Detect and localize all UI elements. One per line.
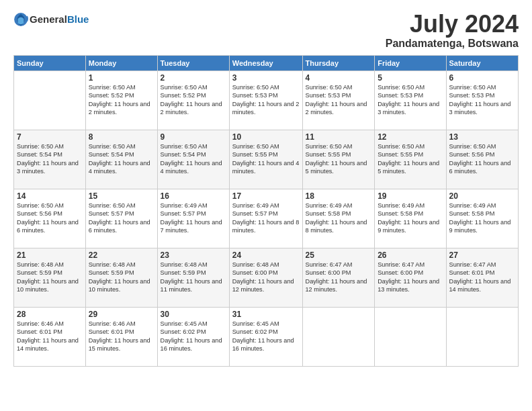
day-info: Sunrise: 6:50 AMSunset: 5:54 PMDaylight:… [17, 142, 83, 176]
day-number: 14 [17, 191, 83, 201]
calendar-cell: 8Sunrise: 6:50 AMSunset: 5:54 PMDaylight… [85, 130, 157, 189]
day-number: 11 [306, 132, 372, 142]
day-info: Sunrise: 6:50 AMSunset: 5:54 PMDaylight:… [89, 142, 154, 176]
day-info: Sunrise: 6:49 AMSunset: 5:58 PMDaylight:… [449, 201, 516, 235]
calendar-cell [14, 71, 86, 130]
calendar-week-row: 21Sunrise: 6:48 AMSunset: 5:59 PMDayligh… [14, 248, 519, 308]
calendar-cell: 15Sunrise: 6:50 AMSunset: 5:57 PMDayligh… [85, 189, 157, 248]
day-number: 3 [232, 73, 300, 83]
day-number: 21 [17, 250, 83, 260]
calendar-cell: 2Sunrise: 6:50 AMSunset: 5:52 PMDaylight… [157, 71, 229, 130]
day-info: Sunrise: 6:47 AMSunset: 6:00 PMDaylight:… [306, 261, 372, 294]
calendar-cell: 26Sunrise: 6:47 AMSunset: 6:00 PMDayligh… [375, 248, 446, 308]
day-number: 15 [89, 191, 154, 201]
day-info: Sunrise: 6:50 AMSunset: 5:56 PMDaylight:… [449, 142, 516, 176]
weekday-header-row: SundayMondayTuesdayWednesdayThursdayFrid… [14, 56, 519, 71]
day-info: Sunrise: 6:45 AMSunset: 6:02 PMDaylight:… [161, 320, 226, 353]
day-info: Sunrise: 6:48 AMSunset: 5:59 PMDaylight:… [161, 261, 226, 294]
calendar-cell: 17Sunrise: 6:49 AMSunset: 5:57 PMDayligh… [229, 189, 302, 248]
title-block: July 2024 Pandamatenga, Botswana [386, 12, 519, 50]
weekday-header-friday: Friday [375, 56, 446, 71]
calendar-cell: 24Sunrise: 6:48 AMSunset: 6:00 PMDayligh… [229, 248, 302, 308]
calendar-table: SundayMondayTuesdayWednesdayThursdayFrid… [13, 55, 519, 367]
calendar-week-row: 28Sunrise: 6:46 AMSunset: 6:01 PMDayligh… [14, 308, 519, 367]
calendar-cell: 5Sunrise: 6:50 AMSunset: 5:53 PMDaylight… [375, 71, 446, 130]
day-info: Sunrise: 6:49 AMSunset: 5:57 PMDaylight:… [232, 201, 300, 235]
calendar-cell: 18Sunrise: 6:49 AMSunset: 5:58 PMDayligh… [302, 189, 375, 248]
day-number: 22 [89, 250, 154, 260]
logo-icon [13, 12, 28, 27]
day-number: 30 [161, 310, 226, 319]
calendar-cell: 12Sunrise: 6:50 AMSunset: 5:55 PMDayligh… [375, 130, 446, 189]
calendar-week-row: 7Sunrise: 6:50 AMSunset: 5:54 PMDaylight… [14, 130, 519, 189]
calendar-week-row: 1Sunrise: 6:50 AMSunset: 5:52 PMDaylight… [14, 71, 519, 130]
weekday-header-monday: Monday [85, 56, 157, 71]
calendar-page: GeneralBlue July 2024 Pandamatenga, Bots… [0, 0, 532, 411]
calendar-cell: 22Sunrise: 6:48 AMSunset: 5:59 PMDayligh… [85, 248, 157, 308]
day-number: 27 [449, 250, 516, 260]
calendar-cell: 6Sunrise: 6:50 AMSunset: 5:53 PMDaylight… [446, 71, 519, 130]
day-info: Sunrise: 6:50 AMSunset: 5:52 PMDaylight:… [89, 83, 154, 117]
day-number: 25 [306, 250, 372, 260]
day-info: Sunrise: 6:49 AMSunset: 5:57 PMDaylight:… [161, 201, 226, 235]
day-info: Sunrise: 6:47 AMSunset: 6:00 PMDaylight:… [378, 261, 443, 294]
day-number: 9 [161, 132, 226, 142]
weekday-header-sunday: Sunday [14, 56, 86, 71]
calendar-cell: 10Sunrise: 6:50 AMSunset: 5:55 PMDayligh… [229, 130, 302, 189]
day-number: 31 [232, 310, 300, 319]
weekday-header-tuesday: Tuesday [157, 56, 229, 71]
day-number: 29 [89, 310, 154, 319]
calendar-cell: 13Sunrise: 6:50 AMSunset: 5:56 PMDayligh… [446, 130, 519, 189]
day-info: Sunrise: 6:49 AMSunset: 5:58 PMDaylight:… [306, 201, 372, 235]
day-info: Sunrise: 6:50 AMSunset: 5:56 PMDaylight:… [17, 201, 83, 235]
day-number: 2 [161, 73, 226, 83]
day-number: 19 [378, 191, 443, 201]
calendar-cell: 11Sunrise: 6:50 AMSunset: 5:55 PMDayligh… [302, 130, 375, 189]
day-info: Sunrise: 6:48 AMSunset: 5:59 PMDaylight:… [17, 261, 83, 294]
day-info: Sunrise: 6:50 AMSunset: 5:53 PMDaylight:… [449, 83, 516, 117]
day-info: Sunrise: 6:50 AMSunset: 5:55 PMDaylight:… [306, 142, 372, 176]
day-number: 17 [232, 191, 300, 201]
day-info: Sunrise: 6:50 AMSunset: 5:53 PMDaylight:… [378, 83, 443, 117]
day-info: Sunrise: 6:50 AMSunset: 5:52 PMDaylight:… [161, 83, 226, 117]
day-info: Sunrise: 6:49 AMSunset: 5:58 PMDaylight:… [378, 201, 443, 235]
day-info: Sunrise: 6:48 AMSunset: 6:00 PMDaylight:… [232, 261, 300, 294]
day-number: 18 [306, 191, 372, 201]
day-info: Sunrise: 6:46 AMSunset: 6:01 PMDaylight:… [89, 320, 154, 353]
calendar-cell: 19Sunrise: 6:49 AMSunset: 5:58 PMDayligh… [375, 189, 446, 248]
calendar-cell [375, 308, 446, 367]
day-info: Sunrise: 6:50 AMSunset: 5:55 PMDaylight:… [232, 142, 300, 176]
day-info: Sunrise: 6:45 AMSunset: 6:02 PMDaylight:… [232, 320, 300, 353]
day-number: 12 [378, 132, 443, 142]
logo: GeneralBlue [13, 12, 89, 27]
day-info: Sunrise: 6:50 AMSunset: 5:54 PMDaylight:… [161, 142, 226, 176]
day-number: 5 [378, 73, 443, 83]
day-number: 26 [378, 250, 443, 260]
day-info: Sunrise: 6:47 AMSunset: 6:01 PMDaylight:… [449, 261, 516, 294]
calendar-cell: 9Sunrise: 6:50 AMSunset: 5:54 PMDaylight… [157, 130, 229, 189]
calendar-cell: 27Sunrise: 6:47 AMSunset: 6:01 PMDayligh… [446, 248, 519, 308]
logo-general-text: General [30, 13, 67, 25]
calendar-cell: 4Sunrise: 6:50 AMSunset: 5:53 PMDaylight… [302, 71, 375, 130]
calendar-cell: 31Sunrise: 6:45 AMSunset: 6:02 PMDayligh… [229, 308, 302, 367]
day-number: 23 [161, 250, 226, 260]
weekday-header-saturday: Saturday [446, 56, 519, 71]
day-info: Sunrise: 6:50 AMSunset: 5:53 PMDaylight:… [232, 83, 300, 117]
header: GeneralBlue July 2024 Pandamatenga, Bots… [13, 12, 519, 50]
calendar-cell: 23Sunrise: 6:48 AMSunset: 5:59 PMDayligh… [157, 248, 229, 308]
day-number: 6 [449, 73, 516, 83]
weekday-header-thursday: Thursday [302, 56, 375, 71]
calendar-cell: 21Sunrise: 6:48 AMSunset: 5:59 PMDayligh… [14, 248, 86, 308]
calendar-cell: 28Sunrise: 6:46 AMSunset: 6:01 PMDayligh… [14, 308, 86, 367]
weekday-header-wednesday: Wednesday [229, 56, 302, 71]
day-info: Sunrise: 6:50 AMSunset: 5:53 PMDaylight:… [306, 83, 372, 117]
day-number: 28 [17, 310, 83, 319]
calendar-cell: 16Sunrise: 6:49 AMSunset: 5:57 PMDayligh… [157, 189, 229, 248]
calendar-week-row: 14Sunrise: 6:50 AMSunset: 5:56 PMDayligh… [14, 189, 519, 248]
day-number: 7 [17, 132, 83, 142]
day-number: 4 [306, 73, 372, 83]
calendar-cell: 30Sunrise: 6:45 AMSunset: 6:02 PMDayligh… [157, 308, 229, 367]
month-title: July 2024 [386, 12, 519, 36]
day-info: Sunrise: 6:46 AMSunset: 6:01 PMDaylight:… [17, 320, 83, 353]
day-info: Sunrise: 6:50 AMSunset: 5:57 PMDaylight:… [89, 201, 154, 235]
